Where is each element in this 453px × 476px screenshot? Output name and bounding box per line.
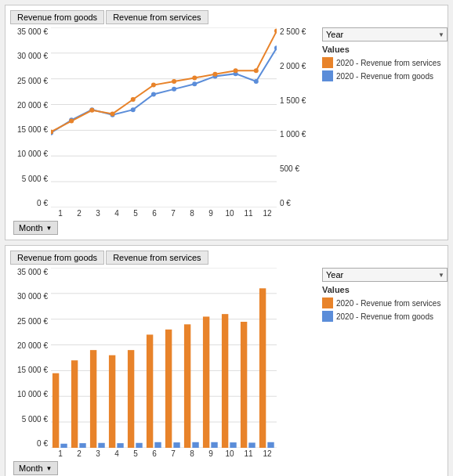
x-label-9: 9 xyxy=(201,209,220,218)
month-dropdown-arrow-line: ▼ xyxy=(46,225,53,232)
x-axis-bar: 1 2 3 4 5 6 7 8 9 10 11 12 xyxy=(10,449,317,458)
month-button-line[interactable]: Month ▼ xyxy=(13,221,58,235)
x-bar-8: 8 xyxy=(183,449,201,458)
y-right-label-1: 2 000 € xyxy=(280,62,306,70)
y-bar-left-6: 5 000 € xyxy=(22,415,48,424)
x-bar-9: 9 xyxy=(201,449,220,458)
svg-point-27 xyxy=(192,75,197,80)
y-right-label-0: 2 500 € xyxy=(280,27,306,36)
x-bar-12: 12 xyxy=(258,449,277,458)
bottom-controls-bar: Month ▼ xyxy=(10,461,317,475)
year-select-container-line[interactable]: Year xyxy=(322,27,448,41)
y-right-label-2: 1 500 € xyxy=(280,96,306,105)
x-label-8: 8 xyxy=(183,209,201,218)
y-bar-left-0: 35 000 € xyxy=(17,268,48,276)
y-bar-left-5: 10 000 € xyxy=(17,390,48,398)
tab-goods-line[interactable]: Revenue from goods xyxy=(10,10,104,24)
y-right-label-5: 0 € xyxy=(280,199,291,207)
y-bar-left-4: 15 000 € xyxy=(17,366,48,374)
y-bar-left-2: 25 000 € xyxy=(17,317,48,326)
svg-rect-62 xyxy=(248,442,255,448)
y-axis-left-line: 35 000 € 30 000 € 25 000 € 20 000 € 15 0… xyxy=(10,27,51,207)
legend-color-services-line xyxy=(322,57,333,68)
svg-rect-48 xyxy=(203,316,209,448)
svg-rect-61 xyxy=(230,442,236,448)
y-left-label-2: 25 000 € xyxy=(17,77,48,85)
x-label-3: 3 xyxy=(89,209,107,218)
x-label-10: 10 xyxy=(220,209,239,218)
x-label-4: 4 xyxy=(107,209,126,218)
svg-point-26 xyxy=(172,79,176,84)
svg-point-18 xyxy=(254,79,259,84)
svg-rect-57 xyxy=(154,442,161,448)
svg-point-30 xyxy=(254,68,259,73)
month-button-bar[interactable]: Month ▼ xyxy=(13,461,58,475)
chart-right-section-bar: 35 000 € 30 000 € 25 000 € 20 000 € 15 0… xyxy=(10,268,443,475)
year-select-wrapper-bar: Year xyxy=(322,268,448,282)
x-bar-7: 7 xyxy=(164,449,183,458)
y-right-label-4: 500 € xyxy=(280,164,299,173)
svg-rect-56 xyxy=(136,443,142,448)
legend-goods-text-line: 2020 - Revenue from goods xyxy=(336,72,433,81)
chart-right-section-line: 35 000 € 30 000 € 25 000 € 20 000 € 15 0… xyxy=(10,27,443,235)
bar-chart-svg xyxy=(51,268,277,448)
svg-rect-45 xyxy=(147,334,153,448)
svg-rect-53 xyxy=(79,443,85,448)
line-chart-svg-wrapper xyxy=(51,27,277,207)
values-label-bar: Values xyxy=(322,285,448,294)
x-label-1: 1 xyxy=(51,209,70,218)
legend-goods-text-bar: 2020 - Revenue from goods xyxy=(336,312,433,321)
tab-services-bar[interactable]: Revenue from services xyxy=(106,251,208,265)
tab-goods-bar[interactable]: Revenue from goods xyxy=(10,251,104,265)
svg-rect-44 xyxy=(128,350,134,448)
x-label-12: 12 xyxy=(258,209,277,218)
svg-rect-51 xyxy=(259,288,266,448)
y-bar-left-7: 0 € xyxy=(37,439,48,448)
x-bar-11: 11 xyxy=(239,449,258,458)
svg-point-24 xyxy=(131,97,136,102)
y-left-label-4: 15 000 € xyxy=(17,125,48,134)
x-bar-5: 5 xyxy=(126,449,145,458)
y-left-label-0: 35 000 € xyxy=(17,27,48,36)
legend-color-services-bar xyxy=(322,298,333,308)
y-left-label-5: 10 000 € xyxy=(17,150,48,158)
legend-tabs-bar: Revenue from goods Revenue from services xyxy=(10,251,443,265)
svg-point-31 xyxy=(274,29,277,34)
svg-point-19 xyxy=(274,45,277,50)
svg-point-12 xyxy=(131,107,136,112)
svg-point-23 xyxy=(111,111,115,116)
x-label-11: 11 xyxy=(239,209,258,218)
legend-item-services-line: 2020 - Revenue from services xyxy=(322,57,448,68)
svg-rect-40 xyxy=(53,373,59,448)
svg-rect-54 xyxy=(98,443,104,448)
bar-chart-container: Revenue from goods Revenue from services… xyxy=(5,245,448,476)
legend-services-text-line: 2020 - Revenue from services xyxy=(336,59,440,67)
year-select-container-bar[interactable]: Year xyxy=(322,268,448,282)
svg-rect-59 xyxy=(192,442,198,448)
x-bar-3: 3 xyxy=(89,449,107,458)
svg-point-21 xyxy=(69,119,74,124)
y-left-label-6: 5 000 € xyxy=(22,175,48,183)
x-label-6: 6 xyxy=(145,209,164,218)
month-dropdown-arrow-bar: ▼ xyxy=(46,465,53,472)
x-bar-10: 10 xyxy=(220,449,239,458)
values-label-line: Values xyxy=(322,45,448,54)
svg-point-22 xyxy=(89,108,94,113)
y-axis-right-bar-spacer xyxy=(277,268,317,448)
legend-item-goods-bar: 2020 - Revenue from goods xyxy=(322,311,448,322)
tab-services-line[interactable]: Revenue from services xyxy=(106,10,208,24)
year-select-bar[interactable]: Year xyxy=(322,268,448,282)
chart-area-bar: 35 000 € 30 000 € 25 000 € 20 000 € 15 0… xyxy=(10,268,317,448)
svg-rect-43 xyxy=(109,355,115,448)
legend-item-goods-line: 2020 - Revenue from goods xyxy=(322,70,448,81)
bar-chart-svg-wrapper xyxy=(51,268,277,448)
y-bar-left-3: 20 000 € xyxy=(17,341,48,350)
year-select-line[interactable]: Year xyxy=(322,27,448,41)
svg-point-14 xyxy=(172,87,176,92)
x-axis-line: 1 2 3 4 5 6 7 8 9 10 11 12 xyxy=(10,209,317,218)
legend-item-services-bar: 2020 - Revenue from services xyxy=(322,298,448,308)
svg-rect-41 xyxy=(71,360,78,448)
svg-point-25 xyxy=(151,83,156,88)
legend-tabs-line: Revenue from goods Revenue from services xyxy=(10,10,443,24)
y-left-label-7: 0 € xyxy=(37,199,48,207)
